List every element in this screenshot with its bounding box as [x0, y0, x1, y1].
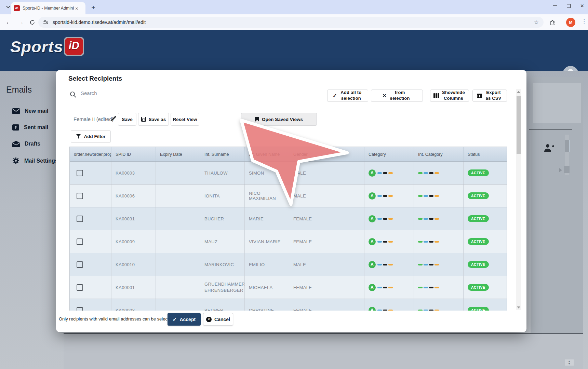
cell-surname: IONITA [200, 184, 245, 207]
show-hide-columns-button[interactable]: Show/hide Columns [430, 90, 469, 102]
cell-expiry [156, 184, 200, 207]
cell-surname: BUCHER [200, 207, 245, 230]
table-grid-icon [477, 94, 482, 98]
accept-button[interactable]: ✓ Accept [168, 313, 201, 326]
url-text[interactable]: sportsid-kid.demo.risedev.at/admin/mail/… [53, 19, 534, 25]
sidebar-item-label: New mail [25, 108, 48, 114]
row-checkbox[interactable] [77, 307, 83, 311]
cancel-button[interactable]: × Cancel [203, 313, 233, 326]
circle-x-icon: × [206, 317, 212, 322]
cell-category: A [364, 162, 414, 184]
window-restore-icon[interactable] [567, 4, 571, 8]
col-header-status[interactable]: Status [464, 147, 507, 161]
site-info-icon[interactable] [43, 20, 49, 25]
reload-icon[interactable] [29, 19, 35, 25]
sidebar-item-new-mail[interactable]: New mail [12, 108, 48, 114]
add-all-to-selection-button[interactable]: ✓ Add all to selection [327, 90, 368, 102]
back-icon[interactable]: ← [5, 18, 12, 26]
col-header-int-category[interactable]: Int. Category [414, 147, 464, 161]
add-filter-button[interactable]: Add Filter [71, 130, 111, 143]
save-view-button[interactable]: Save [118, 113, 136, 126]
cell-surname: THAULOW [200, 162, 245, 184]
cell-expiry [156, 253, 200, 276]
dimmed-spinner-widget: ▲▼ [565, 359, 574, 366]
url-bar[interactable]: sportsid-kid.demo.risedev.at/admin/mail/… [38, 17, 544, 28]
table-row[interactable]: KA00008 BELMER CHRISTINE FEMALE A ACTIVE [70, 299, 507, 311]
scroll-down-icon[interactable] [517, 306, 520, 309]
table-row[interactable]: KA00009 MAUZ VIVIAN-MARIE FEMALE A ACTIV… [70, 230, 507, 253]
cell-given: MARIE [245, 207, 289, 230]
col-header-surname[interactable]: Int. Surname [200, 147, 245, 161]
new-tab-button[interactable]: + [89, 3, 98, 12]
table-header-row: order.neworder.progress.s SPID ID Expiry… [70, 147, 507, 162]
cell-category: A [364, 276, 414, 299]
row-checkbox[interactable] [77, 261, 83, 268]
row-checkbox[interactable] [77, 284, 83, 291]
current-view-name: Female II (edited) [74, 113, 114, 126]
col-header-given-name[interactable]: Int. Given Name [245, 147, 289, 161]
bookmark-star-icon[interactable]: ☆ [534, 19, 539, 26]
browser-tab[interactable]: iD Sports-iD - Member Administra × [11, 2, 85, 14]
row-checkbox[interactable] [77, 238, 83, 245]
row-checkbox[interactable] [77, 193, 83, 199]
cell-category: A [364, 184, 414, 207]
export-csv-button[interactable]: Export as CSV [472, 90, 507, 102]
col-header-progress[interactable]: order.neworder.progress.s [70, 147, 111, 161]
category-badge: A [369, 261, 376, 268]
table-body: KA00003 THAULOW SIMON MALE A ACTIVE KA00… [70, 162, 507, 311]
table-row[interactable]: KA00003 THAULOW SIMON MALE A ACTIVE [70, 162, 507, 184]
cell-expiry [156, 162, 200, 184]
sidebar-item-label: Drafts [25, 141, 40, 147]
sidebar-title: Emails [6, 85, 32, 95]
sidebar-item-sent-mail[interactable]: Sent mail [12, 124, 48, 131]
save-view-as-button[interactable]: Save as [138, 113, 169, 126]
dimmed-bottom-card: ▲▼ [64, 333, 583, 369]
extensions-icon[interactable] [550, 19, 556, 25]
reset-view-button[interactable]: Reset View [171, 113, 199, 126]
view-bar-divider [204, 113, 204, 125]
search-input[interactable] [80, 90, 165, 96]
table-row[interactable]: KA00010 MARINKOVIC EMILIO MALE A ACTIVE [70, 253, 507, 276]
row-checkbox[interactable] [77, 216, 83, 222]
check-icon: ✓ [173, 316, 177, 323]
profile-avatar[interactable]: M [566, 18, 575, 27]
app-logo[interactable]: Sports iD [10, 37, 84, 56]
col-header-category[interactable]: Category [364, 147, 414, 161]
envelope-icon [12, 108, 20, 114]
cell-status: ACTIVE [464, 299, 507, 311]
col-header-spid[interactable]: SPID ID [111, 147, 156, 161]
cell-spid: KA00010 [111, 253, 156, 276]
sidebar-item-mail-settings[interactable]: Mail Settings [12, 157, 58, 164]
window-minimize-icon[interactable] [553, 5, 557, 6]
browser-menu-icon[interactable]: ⋮ [581, 18, 587, 25]
recipients-table: order.neworder.progress.s SPID ID Expiry… [69, 147, 507, 311]
row-checkbox[interactable] [77, 170, 83, 176]
button-label: Cancel [214, 317, 230, 322]
browser-tabstrip: iD Sports-iD - Member Administra × + × [0, 0, 588, 14]
app-header: Sports iD MEMBERS FEDERATION STRUCTURE M… [0, 30, 588, 71]
cell-int-category [414, 299, 464, 311]
sidebar-item-drafts[interactable]: Drafts [12, 141, 40, 147]
dialog-scrollbar[interactable] [516, 89, 521, 310]
scrollbar-thumb[interactable] [517, 96, 521, 154]
edit-view-icon[interactable] [111, 116, 116, 121]
cell-expiry [156, 276, 200, 299]
tab-close-icon[interactable]: × [75, 6, 78, 11]
remove-from-selection-button[interactable]: × from selection [371, 90, 423, 102]
window-close-icon[interactable]: × [580, 3, 584, 9]
cell-gender: MALE [289, 253, 364, 276]
status-badge: ACTIVE [468, 284, 489, 291]
table-row[interactable]: KA00006 IONITA NICO MAXIMILIAN MALE A AC… [70, 184, 507, 207]
status-badge: ACTIVE [468, 307, 489, 311]
cell-status: ACTIVE [464, 184, 507, 207]
dimmed-underline [529, 129, 572, 130]
check-icon: ✓ [333, 92, 337, 99]
col-header-gender[interactable]: Gender [289, 147, 364, 161]
table-row[interactable]: KA00001 GRUENDHAMMER-EHRENSBERGER MICHAE… [70, 276, 507, 299]
scroll-up-icon[interactable] [517, 91, 520, 93]
button-label: Add Filter [84, 134, 106, 139]
col-header-expiry[interactable]: Expiry Date [156, 147, 200, 161]
cell-spid: KA00031 [111, 207, 156, 230]
open-saved-views-button[interactable]: Open Saved Views [241, 113, 317, 126]
table-row[interactable]: KA00031 BUCHER MARIE FEMALE A ACTIVE [70, 207, 507, 230]
